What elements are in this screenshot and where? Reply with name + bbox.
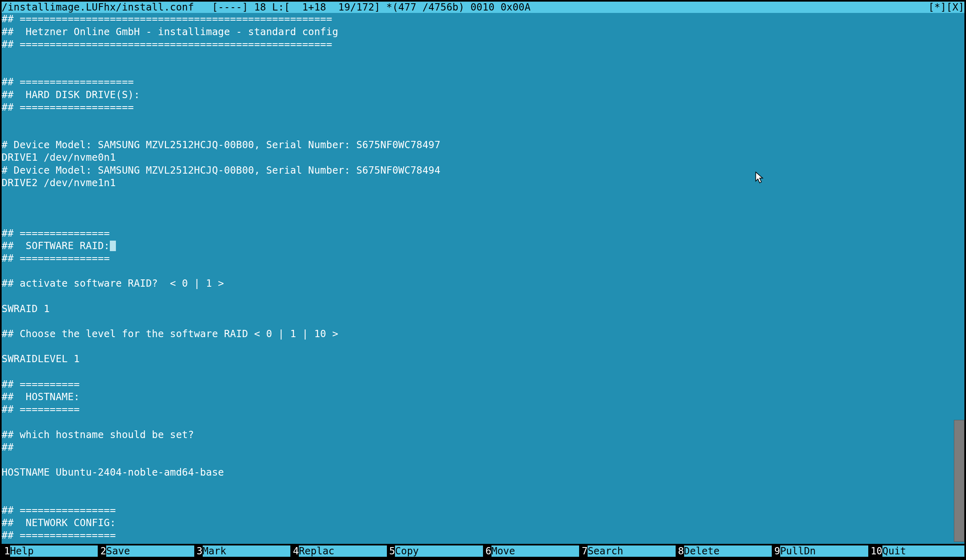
fkey-label: Quit	[882, 545, 964, 557]
fkey-number: 5	[387, 546, 395, 556]
fkey-number: 8	[676, 546, 684, 556]
editor-line[interactable]: DRIVE1 /dev/nvme0n1	[2, 151, 955, 164]
fkey-number: 6	[483, 546, 491, 556]
editor-line[interactable]: ## =====================================…	[2, 13, 955, 25]
fkey-label: Help	[10, 545, 98, 557]
fkey-move[interactable]: 6Move	[483, 545, 579, 557]
fkey-copy[interactable]: 5Copy	[387, 545, 483, 557]
editor-line[interactable]	[2, 491, 955, 504]
fkey-label: Delete	[684, 545, 772, 557]
fkey-pulldn[interactable]: 9PullDn	[772, 545, 868, 557]
fkey-label: Mark	[203, 545, 291, 557]
editor-line[interactable]: ## Choose the level for the software RAI…	[2, 328, 955, 340]
fkey-label: Search	[588, 545, 676, 557]
fkey-label: Copy	[395, 545, 483, 557]
editor-line[interactable]: SWRAIDLEVEL 1	[2, 353, 955, 365]
editor-line[interactable]	[2, 189, 955, 202]
editor-line[interactable]: ## ==========	[2, 378, 955, 390]
editor-line[interactable]: ## ================	[2, 504, 955, 516]
editor-line[interactable]: ## =====================================…	[2, 38, 955, 50]
editor-line[interactable]: HOSTNAME Ubuntu-2404-noble-amd64-base	[2, 466, 955, 479]
editor-line[interactable]	[2, 340, 955, 353]
fkey-number: 10	[868, 546, 882, 556]
editor-line[interactable]: ## ===================	[2, 101, 955, 113]
editor-line[interactable]: ## HOSTNAME:	[2, 391, 955, 403]
editor-line[interactable]: ##	[2, 441, 955, 453]
fkey-label: Replac	[299, 545, 387, 557]
fkey-label: Save	[106, 545, 194, 557]
editor-line[interactable]	[2, 126, 955, 139]
editor-line[interactable]: ## ===============	[2, 227, 955, 239]
fkey-delete[interactable]: 8Delete	[676, 545, 772, 557]
editor-line[interactable]: ## SOFTWARE RAID:	[2, 239, 955, 252]
fkey-save[interactable]: 2Save	[98, 545, 194, 557]
editor-line[interactable]: ## NETWORK CONFIG:	[2, 517, 955, 529]
titlebar-right: [*][X]	[928, 2, 964, 12]
fkey-number: 9	[772, 546, 780, 556]
fkey-search[interactable]: 7Search	[579, 545, 675, 557]
editor-line[interactable]	[2, 51, 955, 63]
fkey-label: Move	[491, 545, 580, 557]
editor-line[interactable]: ## HARD DISK DRIVE(S):	[2, 88, 955, 101]
fkey-number: 2	[98, 546, 106, 556]
editor-line[interactable]	[2, 315, 955, 328]
editor-line[interactable]	[2, 214, 955, 227]
editor-line[interactable]	[2, 114, 955, 126]
editor-line[interactable]	[2, 265, 955, 277]
fkey-replac[interactable]: 4Replac	[290, 545, 386, 557]
editor-line[interactable]: ## Hetzner Online GmbH - installimage - …	[2, 25, 955, 38]
function-key-bar: 1Help2Save3Mark4Replac5Copy6Move7Search8…	[2, 545, 964, 557]
editor-line[interactable]	[2, 416, 955, 428]
editor-line[interactable]: ## activate software RAID? < 0 | 1 >	[2, 277, 955, 290]
fkey-mark[interactable]: 3Mark	[194, 545, 290, 557]
fkey-help[interactable]: 1Help	[2, 545, 98, 557]
editor-line[interactable]: ## which hostname should be set?	[2, 428, 955, 441]
editor-line[interactable]: ## ==========	[2, 403, 955, 416]
editor-line[interactable]	[2, 479, 955, 491]
fkey-quit[interactable]: 10Quit	[868, 545, 964, 557]
editor-line[interactable]	[2, 63, 955, 76]
fkey-number: 1	[2, 546, 10, 556]
editor-line[interactable]: ## ================	[2, 529, 955, 542]
editor-titlebar: /installimage.LUFhx/install.conf [----] …	[2, 2, 964, 13]
editor-line[interactable]	[2, 454, 955, 466]
editor-line[interactable]: ## ===============	[2, 252, 955, 265]
fkey-number: 7	[579, 546, 588, 556]
editor-line[interactable]: # Device Model: SAMSUNG MZVL2512HCJQ-00B…	[2, 164, 955, 176]
editor-line[interactable]	[2, 365, 955, 378]
editor-line[interactable]	[2, 202, 955, 214]
editor-viewport[interactable]: ## =====================================…	[2, 13, 955, 544]
fkey-number: 3	[194, 546, 203, 556]
text-cursor	[110, 241, 116, 251]
fkey-label: PullDn	[780, 545, 868, 557]
editor-line[interactable]: DRIVE2 /dev/nvme1n1	[2, 176, 955, 189]
editor-line[interactable]: ## ===================	[2, 76, 955, 88]
editor-line[interactable]: # Device Model: SAMSUNG MZVL2512HCJQ-00B…	[2, 139, 955, 151]
titlebar-left: /installimage.LUFhx/install.conf [----] …	[2, 2, 531, 12]
editor-line[interactable]: SWRAID 1	[2, 302, 955, 315]
fkey-number: 4	[290, 546, 299, 556]
editor-line[interactable]	[2, 290, 955, 302]
scrollbar-thumb[interactable]	[954, 420, 964, 542]
terminal-screen: /installimage.LUFhx/install.conf [----] …	[0, 0, 966, 560]
